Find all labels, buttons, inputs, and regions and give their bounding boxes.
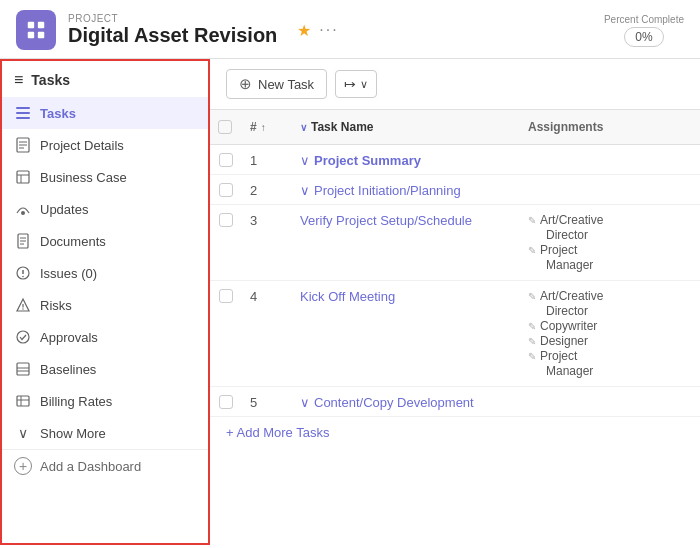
more-options-icon[interactable]: ··· — [319, 21, 338, 39]
col-checkbox — [210, 116, 242, 138]
risks-icon — [14, 296, 32, 314]
svg-rect-25 — [17, 363, 29, 375]
checkbox-2[interactable] — [219, 183, 233, 197]
sidebar-item-approvals[interactable]: Approvals — [0, 321, 208, 353]
table-row: 4 Kick Off Meeting ✎ Art/Creative Direct… — [210, 281, 700, 387]
checkbox-4[interactable] — [219, 289, 233, 303]
issues-icon — [14, 264, 32, 282]
row-num-5: 5 — [242, 387, 292, 416]
project-meta: PROJECT Digital Asset Revision — [68, 13, 277, 47]
sidebar-item-project-details[interactable]: Project Details — [0, 129, 208, 161]
sidebar-item-business-case[interactable]: Business Case — [0, 161, 208, 193]
row-number-1: 1 — [250, 153, 257, 168]
assignment-pen-icon: ✎ — [528, 336, 536, 347]
table-row: 2 ∨ Project Initiation/Planning — [210, 175, 700, 205]
table-row: 3 Verify Project Setup/Schedule ✎ Art/Cr… — [210, 205, 700, 281]
row-checkbox-5 — [210, 387, 242, 415]
sidebar-issues-label: Issues (0) — [40, 266, 97, 281]
plus-circle-icon: ⊕ — [239, 75, 252, 93]
svg-rect-1 — [38, 22, 44, 28]
sidebar-item-documents[interactable]: Documents — [0, 225, 208, 257]
export-button[interactable]: ↦ ∨ — [335, 70, 377, 98]
assignment-name: Designer — [540, 334, 588, 348]
export-icon: ↦ — [344, 76, 356, 92]
approvals-icon — [14, 328, 32, 346]
baselines-icon — [14, 360, 32, 378]
row-checkbox-2 — [210, 175, 242, 203]
row-name-5[interactable]: ∨ Content/Copy Development — [292, 387, 520, 416]
row-name-2[interactable]: ∨ Project Initiation/Planning — [292, 175, 520, 204]
new-task-label: New Task — [258, 77, 314, 92]
svg-rect-4 — [16, 107, 30, 109]
updates-icon — [14, 200, 32, 218]
assignment-pen-icon: ✎ — [528, 245, 536, 256]
project-icon — [16, 10, 56, 50]
sidebar-business-case-label: Business Case — [40, 170, 127, 185]
add-more-label: + Add More Tasks — [226, 425, 329, 440]
task-table: # ↑ ∨ Task Name Assignments 1 — [210, 110, 700, 545]
task-name-3[interactable]: Verify Project Setup/Schedule — [300, 213, 472, 228]
header-left: PROJECT Digital Asset Revision ★ ··· — [16, 10, 339, 50]
row-name-3[interactable]: Verify Project Setup/Schedule — [292, 205, 520, 236]
project-title: Digital Asset Revision — [68, 24, 277, 47]
sort-up-icon[interactable]: ↑ — [261, 122, 266, 133]
add-more-tasks[interactable]: + Add More Tasks — [210, 417, 700, 448]
sidebar-heading: ≡ Tasks — [0, 63, 208, 97]
assignment-item: Manager — [528, 364, 603, 378]
svg-point-24 — [17, 331, 29, 343]
project-details-icon — [14, 136, 32, 154]
row-assignments-2 — [520, 175, 700, 189]
sidebar-approvals-label: Approvals — [40, 330, 98, 345]
row-assignments-1 — [520, 145, 700, 159]
row-num-2: 2 — [242, 175, 292, 204]
assignment-name: Manager — [546, 258, 593, 272]
assignment-pen-icon: ✎ — [528, 291, 536, 302]
sidebar-item-tasks[interactable]: Tasks — [0, 97, 208, 129]
col-task-name[interactable]: ∨ Task Name — [292, 116, 520, 138]
billing-rates-icon — [14, 392, 32, 410]
assignment-list-3: ✎ Art/Creative Director ✎ Project — [528, 213, 603, 272]
row-checkbox-3 — [210, 205, 242, 235]
table-header: # ↑ ∨ Task Name Assignments — [210, 110, 700, 145]
row-name-1[interactable]: ∨ Project Summary — [292, 145, 520, 174]
sidebar-baselines-label: Baselines — [40, 362, 96, 377]
assignment-item: ✎ Project — [528, 243, 603, 257]
assignment-item: ✎ Project — [528, 349, 603, 363]
sidebar-item-billing-rates[interactable]: Billing Rates — [0, 385, 208, 417]
row-assignments-3: ✎ Art/Creative Director ✎ Project — [520, 205, 700, 280]
checkbox-3[interactable] — [219, 213, 233, 227]
assignment-pen-icon: ✎ — [528, 215, 536, 226]
sidebar-item-show-more[interactable]: ∨ Show More — [0, 417, 208, 449]
assignment-item: ✎ Art/Creative — [528, 213, 603, 227]
star-icon[interactable]: ★ — [297, 21, 311, 40]
select-all-checkbox[interactable] — [218, 120, 232, 134]
tasks-icon — [14, 104, 32, 122]
assignment-name: Manager — [546, 364, 593, 378]
assignment-name: Project — [540, 243, 577, 257]
add-dashboard-button[interactable]: + Add a Dashboard — [0, 449, 208, 482]
checkbox-1[interactable] — [219, 153, 233, 167]
sidebar-project-details-label: Project Details — [40, 138, 124, 153]
business-case-icon — [14, 168, 32, 186]
row-num-4: 4 — [242, 281, 292, 312]
dropdown-arrow-icon: ∨ — [360, 78, 368, 91]
svg-rect-5 — [16, 112, 30, 114]
new-task-button[interactable]: ⊕ New Task — [226, 69, 327, 99]
task-name-4[interactable]: Kick Off Meeting — [300, 289, 395, 304]
sidebar-item-issues[interactable]: Issues (0) — [0, 257, 208, 289]
sidebar-item-risks[interactable]: Risks — [0, 289, 208, 321]
main-content: ⊕ New Task ↦ ∨ # ↑ ∨ Task Name — [210, 59, 700, 545]
svg-rect-11 — [17, 171, 29, 183]
checkbox-5[interactable] — [219, 395, 233, 409]
sidebar-item-baselines[interactable]: Baselines — [0, 353, 208, 385]
row-assignments-4: ✎ Art/Creative Director ✎ Copywriter — [520, 281, 700, 386]
row-name-4[interactable]: Kick Off Meeting — [292, 281, 520, 312]
row-number-4: 4 — [250, 289, 257, 304]
sidebar-item-updates[interactable]: Updates — [0, 193, 208, 225]
table-row: 1 ∨ Project Summary — [210, 145, 700, 175]
sidebar-heading-label: Tasks — [31, 72, 70, 88]
col-number-label: # — [250, 120, 257, 134]
row-chevron-5: ∨ — [300, 395, 310, 410]
sidebar-documents-label: Documents — [40, 234, 106, 249]
sidebar-tasks-label: Tasks — [40, 106, 76, 121]
